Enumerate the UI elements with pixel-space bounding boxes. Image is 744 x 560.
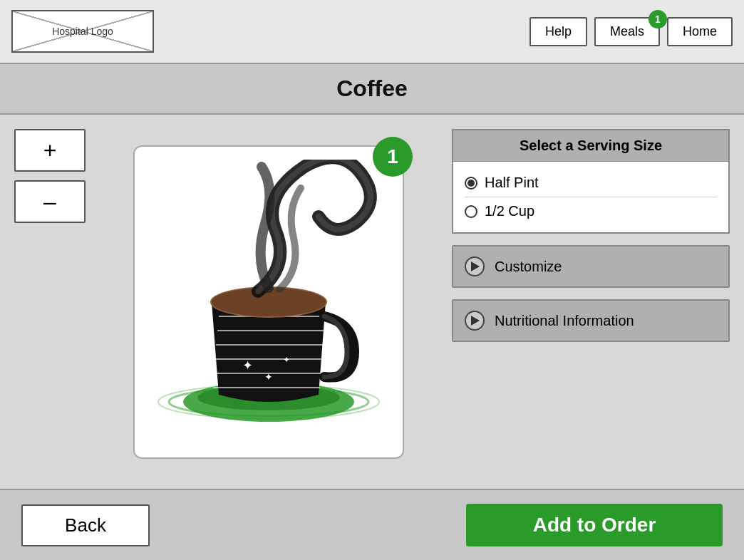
- svg-text:✦: ✦: [264, 371, 273, 383]
- logo-text: Hospital Logo: [52, 26, 113, 37]
- right-panel: Select a Serving Size Half Pint 1/2 Cup …: [452, 129, 730, 475]
- serving-label-half-pint: Half Pint: [485, 175, 539, 191]
- customize-label: Customize: [495, 259, 562, 275]
- quantity-decrease-button[interactable]: –: [14, 180, 86, 223]
- coffee-image-container: 1 ✦ ✦ ✦: [100, 129, 438, 475]
- add-to-order-button[interactable]: Add to Order: [466, 504, 723, 546]
- customize-play-icon: [465, 256, 485, 276]
- serving-label-half-cup: 1/2 Cup: [485, 203, 534, 219]
- meals-wrapper: Meals 1: [594, 17, 660, 46]
- main-content: + – 1 ✦: [0, 115, 744, 489]
- quantity-bubble: 1: [373, 137, 413, 177]
- footer: Back Add to Order: [0, 489, 744, 560]
- title-bar: Coffee: [0, 64, 744, 115]
- back-button[interactable]: Back: [21, 504, 150, 546]
- page-title: Coffee: [11, 76, 733, 102]
- header-buttons: Help Meals 1 Home: [529, 17, 733, 46]
- left-panel: + –: [14, 129, 86, 475]
- svg-text:✦: ✦: [283, 355, 290, 365]
- serving-option-half-cup[interactable]: 1/2 Cup: [465, 197, 717, 225]
- radio-half-cup[interactable]: [465, 205, 477, 218]
- customize-button[interactable]: Customize: [452, 245, 730, 288]
- serving-option-half-pint[interactable]: Half Pint: [465, 169, 717, 197]
- svg-text:✦: ✦: [242, 358, 253, 373]
- serving-size-header: Select a Serving Size: [453, 130, 728, 162]
- quantity-increase-button[interactable]: +: [14, 129, 86, 172]
- nutritional-play-icon: [465, 311, 485, 331]
- coffee-image-box: 1 ✦ ✦ ✦: [133, 145, 404, 459]
- nutritional-label: Nutritional Information: [495, 313, 634, 329]
- meals-badge: 1: [649, 10, 667, 28]
- serving-size-box: Select a Serving Size Half Pint 1/2 Cup: [452, 129, 730, 234]
- serving-options: Half Pint 1/2 Cup: [453, 162, 728, 232]
- nutritional-info-button[interactable]: Nutritional Information: [452, 299, 730, 342]
- hospital-logo: Hospital Logo: [11, 10, 154, 53]
- coffee-illustration: ✦ ✦ ✦: [148, 160, 390, 445]
- header: Hospital Logo Help Meals 1 Home: [0, 0, 744, 64]
- radio-half-pint[interactable]: [465, 177, 477, 190]
- help-button[interactable]: Help: [529, 17, 587, 46]
- home-button[interactable]: Home: [667, 17, 733, 46]
